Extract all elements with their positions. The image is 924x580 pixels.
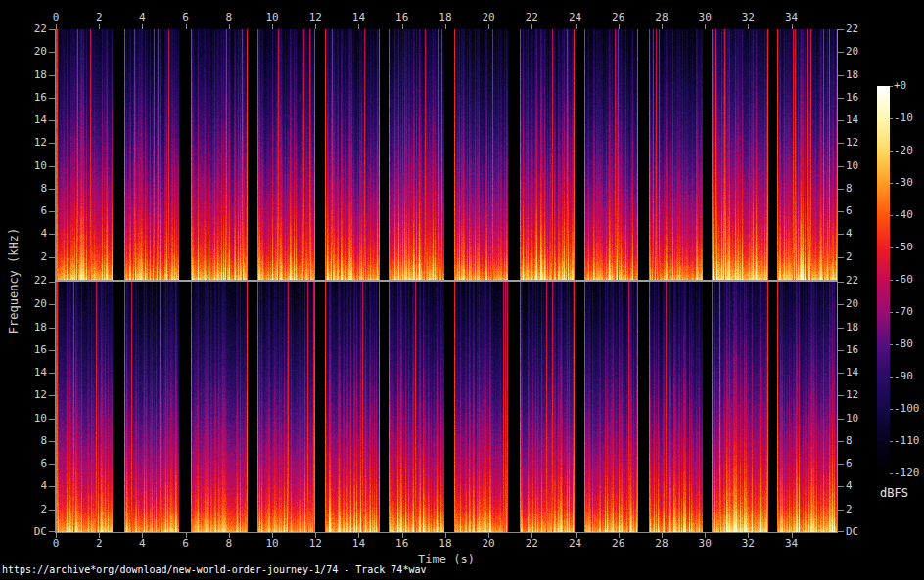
freq-tick-label-left: 16 [18, 344, 47, 356]
colorbar-tick [890, 312, 893, 313]
freq-tick-label-left: 18 [18, 322, 47, 334]
time-tick-top [99, 24, 100, 29]
freq-tick-right [838, 75, 844, 76]
freq-tick-label-right: 22 [846, 23, 858, 35]
colorbar-tick [890, 344, 893, 345]
freq-tick-right [838, 531, 844, 532]
freq-tick-right [838, 486, 844, 487]
channel-separator-line [55, 280, 838, 282]
freq-tick-left [49, 395, 55, 396]
freq-tick-label-right: 2 [846, 504, 853, 515]
time-tick-label-bottom: 6 [182, 538, 189, 550]
freq-tick-left [49, 419, 55, 420]
time-tick-label-top: 6 [182, 12, 189, 23]
freq-tick-label-left: 20 [18, 298, 47, 310]
time-tick-label-bottom: 8 [226, 538, 233, 550]
freq-tick-right [838, 373, 844, 374]
colorbar-tick-label: -80 [894, 338, 913, 350]
time-tick-top [272, 24, 273, 29]
time-tick-label-top: 14 [352, 12, 365, 23]
freq-tick-label-right: 16 [846, 344, 858, 356]
freq-tick-left [49, 350, 55, 351]
time-tick-label-bottom: 26 [612, 538, 624, 550]
freq-tick-left [49, 510, 55, 511]
freq-tick-right [838, 395, 844, 396]
colorbar-tick-label: -70 [894, 306, 913, 318]
time-tick-top [531, 24, 532, 29]
time-tick-label-top: 24 [569, 12, 581, 23]
freq-tick-label-left: 2 [18, 504, 47, 515]
freq-tick-label-left: 14 [18, 114, 47, 126]
time-tick-label-top: 10 [265, 12, 278, 23]
time-tick-top [56, 24, 57, 29]
time-tick-label-bottom: 28 [655, 538, 668, 550]
time-tick-top [748, 24, 749, 29]
time-tick-label-top: 8 [226, 12, 233, 23]
freq-tick-left [49, 52, 55, 53]
colorbar-tick [890, 86, 893, 87]
freq-tick-label-left: 22 [18, 275, 47, 287]
freq-tick-label-right: 18 [846, 322, 858, 334]
freq-tick-left [49, 282, 55, 283]
freq-tick-right [838, 328, 844, 329]
time-tick-top [662, 24, 663, 29]
colorbar-tick-label: -90 [894, 371, 913, 382]
freq-tick-label-left: DC [18, 526, 47, 538]
colorbar-tick [890, 441, 893, 442]
freq-tick-right [838, 143, 844, 144]
freq-tick-label-left: 22 [18, 23, 47, 35]
colorbar-tick [890, 118, 893, 119]
time-tick-label-bottom: 18 [439, 538, 451, 550]
freq-tick-label-right: 2 [846, 251, 853, 263]
time-tick-top [358, 24, 359, 29]
time-tick-label-bottom: 32 [742, 538, 755, 550]
time-tick-top [142, 24, 143, 29]
freq-tick-label-right: 10 [846, 160, 858, 172]
colorbar-tick [890, 183, 893, 184]
time-tick-label-top: 16 [395, 12, 408, 23]
time-tick-top [402, 24, 403, 29]
colorbar-tick-label: -10 [894, 112, 913, 124]
time-tick-label-bottom: 4 [139, 538, 146, 550]
time-tick-label-top: 0 [53, 12, 60, 23]
time-tick-label-bottom: 2 [96, 538, 103, 550]
freq-tick-label-right: 20 [846, 298, 858, 310]
colorbar-unit-label: dBFS [880, 486, 908, 500]
time-tick-top [445, 24, 446, 29]
freq-tick-left [49, 211, 55, 212]
freq-tick-label-left: 4 [18, 228, 47, 240]
colorbar-tick [890, 215, 893, 216]
freq-tick-label-left: 6 [18, 205, 47, 217]
freq-tick-label-right: 8 [846, 183, 853, 195]
freq-tick-left [49, 98, 55, 99]
freq-tick-label-right: DC [846, 526, 858, 538]
time-tick-label-bottom: 30 [699, 538, 712, 550]
freq-tick-label-right: 16 [846, 92, 858, 104]
freq-tick-left [49, 189, 55, 190]
time-tick-label-top: 22 [526, 12, 538, 23]
freq-tick-label-right: 8 [846, 435, 853, 447]
time-tick-label-bottom: 14 [352, 538, 365, 550]
freq-tick-label-left: 18 [18, 69, 47, 81]
freq-tick-right [838, 234, 844, 235]
freq-tick-right [838, 211, 844, 212]
time-tick-top [229, 24, 230, 29]
time-axis-label: Time (s) [418, 553, 475, 566]
freq-tick-left [49, 328, 55, 329]
colorbar-tick-label: +0 [894, 80, 906, 92]
freq-tick-label-left: 4 [18, 480, 47, 492]
spectrogram-window: Frequency (kHz) Time (s) 002244668810101… [0, 0, 924, 580]
freq-tick-label-left: 2 [18, 251, 47, 263]
colorbar-tick-label: -60 [894, 274, 913, 286]
time-tick-top [186, 24, 187, 29]
freq-tick-right [838, 510, 844, 511]
spectrogram-right-channel [56, 282, 837, 532]
freq-tick-label-right: 14 [846, 367, 858, 379]
freq-tick-right [838, 441, 844, 442]
freq-tick-label-left: 12 [18, 137, 47, 149]
time-tick-label-top: 12 [309, 12, 322, 23]
spectrogram-left-channel [56, 29, 837, 280]
freq-tick-right [838, 166, 844, 167]
colorbar-tick [890, 151, 893, 152]
time-tick-top [315, 24, 316, 29]
